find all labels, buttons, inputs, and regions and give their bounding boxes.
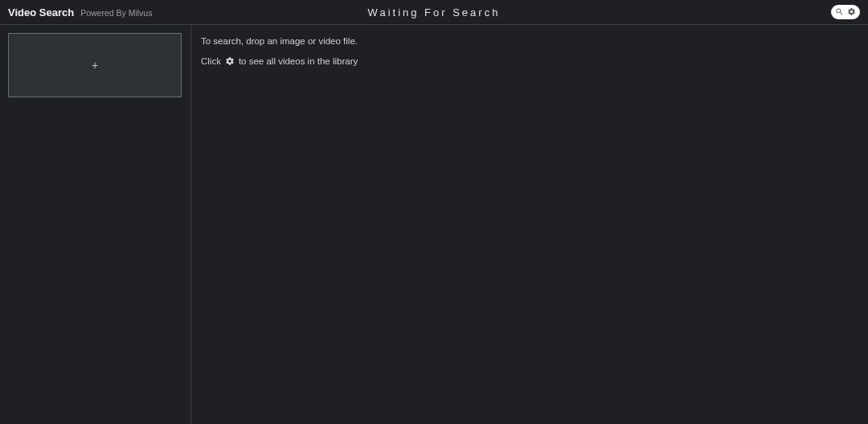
hint-drop-file: To search, drop an image or video file. [201, 36, 858, 46]
main-area: + To search, drop an image or video file… [0, 25, 868, 424]
sidebar: + [0, 25, 191, 424]
gear-icon[interactable] [847, 5, 856, 19]
upload-dropzone[interactable]: + [8, 33, 182, 97]
header-left: Video Search Powered By Milvus [8, 6, 152, 19]
plus-icon: + [92, 60, 98, 71]
search-icon[interactable] [835, 5, 844, 19]
app-subtitle: Powered By Milvus [80, 8, 152, 18]
header-right [831, 5, 860, 19]
app-header: Video Search Powered By Milvus Waiting F… [0, 0, 868, 25]
content-area: To search, drop an image or video file. … [191, 25, 868, 424]
hint-prefix: Click [201, 56, 221, 66]
hint-see-library: Click to see all videos in the library [201, 56, 858, 67]
header-actions-pill [831, 5, 860, 19]
status-text: Waiting For Search [368, 6, 501, 19]
app-title: Video Search [8, 6, 74, 19]
hint-suffix: to see all videos in the library [239, 56, 358, 66]
gear-icon [224, 56, 235, 67]
